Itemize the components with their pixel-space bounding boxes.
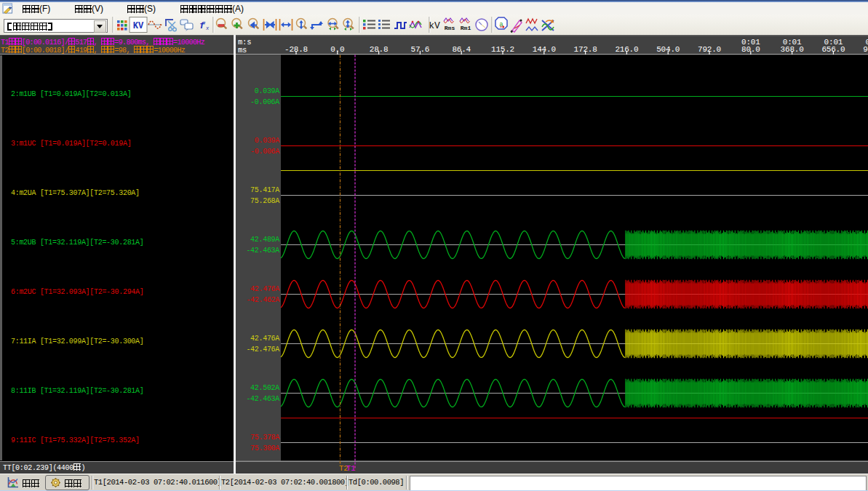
svg-text:-42.463A: -42.463A	[246, 247, 279, 255]
svg-text:f: f	[199, 20, 206, 31]
svg-text:-0.006A: -0.006A	[250, 98, 279, 106]
svg-text:368.0: 368.0	[781, 45, 804, 54]
svg-text:28.8: 28.8	[370, 45, 389, 54]
svg-text:Rms: Rms	[445, 25, 455, 31]
svg-text:57.6: 57.6	[411, 45, 430, 54]
svg-text:-42.462A: -42.462A	[246, 296, 279, 304]
svg-text:656.0: 656.0	[821, 45, 845, 54]
svg-text:42.502A: 42.502A	[250, 384, 279, 392]
svg-text:216.0: 216.0	[615, 45, 638, 54]
svg-text:42.476A: 42.476A	[250, 335, 279, 343]
svg-text:172.8: 172.8	[574, 45, 597, 54]
svg-text:75.268A: 75.268A	[250, 197, 279, 205]
svg-text:144.0: 144.0	[533, 45, 556, 54]
svg-text:x: x	[205, 25, 210, 31]
svg-text:42.476A: 42.476A	[250, 285, 279, 293]
svg-text:kV: kV	[429, 20, 440, 31]
svg-text:-0.006A: -0.006A	[250, 148, 279, 156]
svg-text:80.0: 80.0	[741, 45, 760, 54]
svg-text:-42.463A: -42.463A	[246, 395, 279, 403]
svg-text:86.4: 86.4	[452, 45, 471, 54]
svg-text:-42.476A: -42.476A	[246, 346, 279, 354]
svg-text:504.0: 504.0	[656, 45, 680, 54]
svg-text:75.300A: 75.300A	[250, 444, 279, 452]
svg-text:-28.8: -28.8	[284, 45, 308, 54]
svg-text:ms: ms	[238, 46, 247, 55]
svg-text:Rm1: Rm1	[461, 25, 471, 31]
svg-text:944.0: 944.0	[863, 45, 868, 54]
svg-text:792.0: 792.0	[698, 45, 721, 54]
svg-text:0.039A: 0.039A	[255, 137, 280, 145]
svg-text:115.2: 115.2	[491, 45, 514, 54]
svg-text:T1: T1	[346, 464, 356, 473]
svg-text:75.378A: 75.378A	[250, 434, 279, 442]
svg-text:75.417A: 75.417A	[250, 186, 279, 194]
svg-text:0.0: 0.0	[330, 45, 344, 54]
svg-text:42.489A: 42.489A	[250, 236, 279, 244]
svg-text:KV: KV	[133, 21, 144, 31]
svg-text:0.039A: 0.039A	[255, 87, 280, 95]
